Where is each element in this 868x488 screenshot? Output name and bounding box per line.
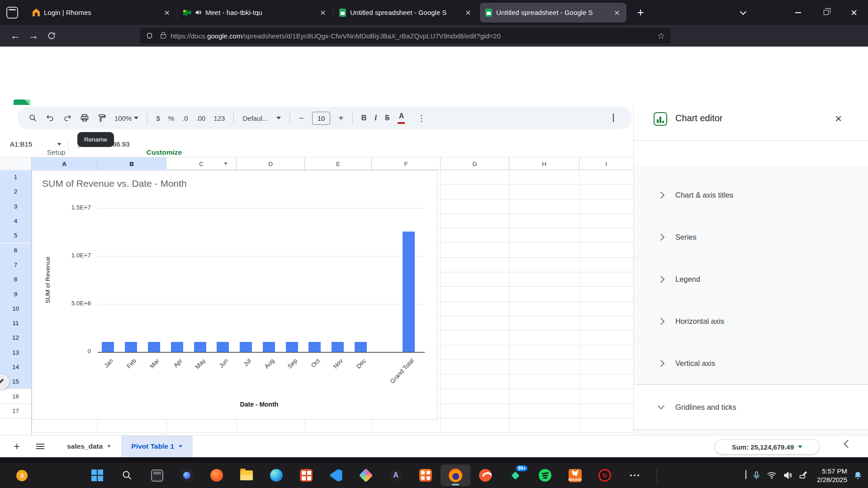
increase-font-size-button[interactable]: + [338,113,344,123]
name-box-caret[interactable] [57,143,62,145]
spreadsheet-grid[interactable]: A B C D E F G H I 1234567891011121314151… [0,157,633,435]
taskbar-app-firefox[interactable] [441,464,470,486]
column-menu-caret[interactable] [224,163,228,165]
italic-button[interactable]: I [375,114,376,122]
section-series[interactable]: Series [634,216,868,258]
add-sheet-button[interactable]: + [14,440,20,453]
lock-icon[interactable] [161,34,166,38]
taskbar-app-red-ring-app[interactable]: ↻ [590,463,620,488]
tab-close-icon[interactable]: × [162,8,172,17]
notification-count-badge[interactable]: 3 [16,470,28,481]
font-size-input[interactable]: 10 [312,112,330,125]
taskbar-app-file-explorer[interactable] [232,463,261,488]
column-header-B[interactable]: B [97,157,166,170]
taskbar-app-start[interactable] [82,463,112,488]
column-header-G[interactable]: G [441,157,509,170]
taskbar-app-thunderbird[interactable] [470,463,500,488]
row-header-16[interactable]: 16 [0,389,31,404]
tab-spreadsheet-1[interactable]: Untitled spreadsheet - Google S × [334,3,478,23]
tab-spreadsheet-2-active[interactable]: Untitled spreadsheet - Google S × [480,3,626,23]
row-header-6[interactable]: 6 [0,243,31,258]
column-header-F[interactable]: F [372,157,441,170]
taskbar-app-letter-a-app[interactable]: A [381,463,411,488]
chart-editor-close-icon[interactable]: × [835,112,842,126]
row-header-10[interactable]: 10 [0,302,31,316]
column-header-E[interactable]: E [305,157,372,170]
wifi-icon[interactable] [767,471,777,479]
all-sheets-icon[interactable] [36,444,44,449]
taskbar-app-search[interactable] [112,463,142,488]
firefox-view-icon[interactable] [6,7,18,19]
window-close-button[interactable]: × [840,0,868,25]
window-restore-button[interactable] [812,0,840,25]
tab-meet[interactable]: Meet - hao-tbki-tqu × [178,3,332,23]
taskbar-app-diamond-app[interactable] [351,463,381,488]
redo-icon[interactable] [63,114,72,123]
row-header-2[interactable]: 2 [0,185,31,199]
reload-button[interactable] [43,31,61,40]
window-minimize-button[interactable] [784,0,812,25]
row-header-17[interactable]: 17 [0,404,31,418]
tray-chevron-up-icon[interactable] [745,471,746,479]
more-formats-button[interactable]: 123 [213,114,225,122]
text-color-button[interactable]: A [398,113,405,124]
paint-format-icon[interactable] [97,114,106,123]
shield-icon[interactable] [146,32,153,40]
forward-button[interactable]: → [24,30,43,42]
taskbar-app-orange-grid-app[interactable] [411,463,441,488]
taskbar-app-orange-circle-app[interactable] [202,463,232,488]
row-header-7[interactable]: 7 [0,258,31,272]
row-header-13[interactable]: 13 [0,346,31,360]
taskbar-app-reader[interactable]: READER [560,463,590,488]
section-legend[interactable]: Legend [634,258,868,300]
tab-customize[interactable]: Customize [147,148,182,156]
strikethrough-button[interactable]: S [385,114,390,122]
column-header-H[interactable]: H [509,157,579,170]
volume-icon[interactable] [783,471,792,480]
name-box[interactable]: A1:B15 [0,140,68,148]
row-header-1[interactable]: 1 [0,170,31,185]
row-header-5[interactable]: 5 [0,228,31,243]
bookmark-star-icon[interactable]: ☆ [657,31,665,41]
back-button[interactable]: ← [6,30,24,42]
zoom-select[interactable]: 100% [114,114,138,122]
column-header-A[interactable]: A [32,157,97,170]
tab-setup[interactable]: Setup [47,148,66,156]
select-all-corner[interactable] [0,157,32,170]
row-header-4[interactable]: 4 [0,214,31,228]
notification-bell-icon[interactable] [853,470,863,480]
new-tab-button[interactable]: + [633,5,648,19]
taskbar-app-red-grid-app[interactable] [291,463,321,488]
embedded-chart[interactable]: SUM of Revenue vs. Date - Month SUM of R… [32,171,437,420]
increase-decimals-button[interactable]: .00 [196,114,206,122]
sheet-tab-caret[interactable] [107,445,111,448]
tab-audio-icon[interactable] [194,9,201,16]
row-header-8[interactable]: 8 [0,272,31,287]
undo-icon[interactable] [46,114,55,123]
list-all-tabs-button[interactable] [702,0,784,25]
section-horizontal-axis[interactable]: Horizontal axis [634,300,868,342]
url-bar[interactable]: https://docs.google.com/spreadsheets/d/1… [140,28,670,43]
column-header-I[interactable]: I [579,157,633,170]
taskbar-app-vscode[interactable] [321,463,351,488]
sheet-tab-caret[interactable] [179,445,182,448]
tab-close-icon[interactable]: × [318,8,328,17]
taskbar-app-edge[interactable] [261,463,291,488]
section-chart-axis-titles[interactable]: Chart & axis titles [634,174,868,216]
row-header-3[interactable]: 3 [0,199,31,214]
decrease-font-size-button[interactable]: − [299,113,304,123]
print-icon[interactable] [80,114,89,123]
pen-device-icon[interactable] [798,471,808,480]
sheet-tab-pivot-table-1[interactable]: Pivot Table 1 [121,436,192,458]
row-header-9[interactable]: 9 [0,287,31,301]
tab-login-rhomes[interactable]: Login | Rhomes × [27,3,176,23]
row-header-12[interactable]: 12 [0,331,31,345]
row-header-11[interactable]: 11 [0,316,31,331]
taskbar-app-copilot[interactable] [172,463,202,488]
tab-close-icon[interactable]: × [463,8,473,17]
row-header-14[interactable]: 14 [0,360,31,374]
selection-sum-pill[interactable]: Sum: 25,124,679.49 [715,439,820,455]
format-currency-button[interactable]: $ [156,114,160,122]
decrease-decimals-button[interactable]: .0 [182,114,188,122]
hide-menus-chevron[interactable] [613,114,614,122]
